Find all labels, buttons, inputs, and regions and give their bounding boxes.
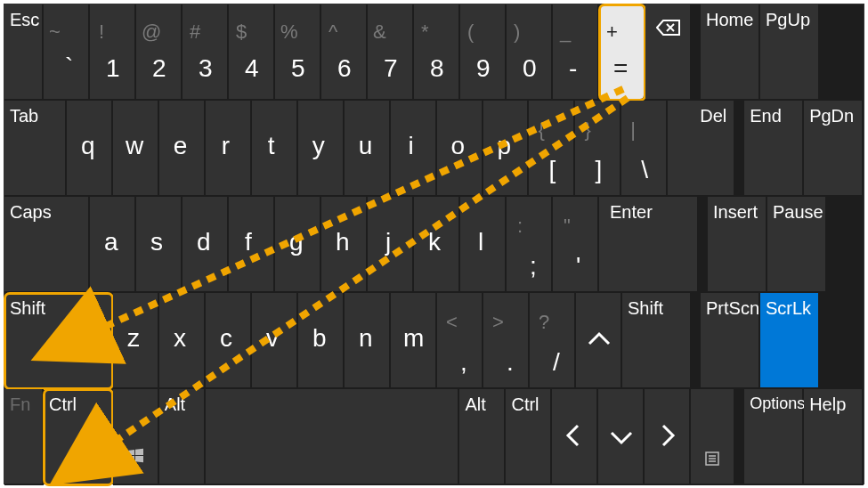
pgdn-label: PgDn [809,106,854,126]
key-0[interactable]: )0 [507,4,553,101]
row-5: Fn Ctrl Alt Alt Ctrl [4,389,864,485]
key-1[interactable]: !1 [90,4,136,101]
key-menu[interactable] [691,389,735,485]
ctrl-l-label: Ctrl [49,394,77,415]
chevron-left-icon [564,423,582,453]
key-g[interactable]: g [275,197,321,293]
tab-label: Tab [10,106,38,126]
key-i[interactable]: i [391,101,437,197]
key-m[interactable]: m [391,293,437,389]
key-4[interactable]: $4 [229,4,275,101]
key-backtick[interactable]: ~` [44,4,90,101]
key-w[interactable]: w [113,101,159,197]
backspace-icon [656,17,681,42]
key-semicolon[interactable]: :; [507,197,553,293]
key-backspace[interactable] [645,4,692,101]
help-label: Help [809,394,846,415]
key-comma[interactable]: <, [437,293,483,389]
fn-label: Fn [10,394,30,415]
key-x[interactable]: x [159,293,206,389]
enter-label: Enter [610,202,653,223]
key-quote[interactable]: "' [553,197,599,293]
key-backslash[interactable]: |\ [621,101,668,197]
key-insert[interactable]: Insert [708,197,767,293]
key-pgup[interactable]: PgUp [760,4,820,101]
key-minus[interactable]: _- [553,4,599,101]
key-equals[interactable]: += [599,4,645,101]
key-s[interactable]: s [136,197,183,293]
key-prtscn[interactable]: PrtScn [701,293,760,389]
key-bracket-close[interactable]: }] [575,101,621,197]
key-l[interactable]: l [460,197,507,293]
key-home[interactable]: Home [701,4,760,101]
menu-icon [705,446,719,471]
key-h[interactable]: h [321,197,368,293]
key-end[interactable]: End [744,101,804,197]
insert-label: Insert [713,202,758,223]
key-scrlk[interactable]: ScrLk [760,293,820,389]
key-3[interactable]: #3 [183,4,229,101]
ctrl-r-label: Ctrl [511,394,539,415]
key-8[interactable]: *8 [414,4,460,101]
del-label: Del [700,106,726,126]
key-z[interactable]: z [113,293,159,389]
key-6[interactable]: ^6 [321,4,368,101]
key-b[interactable]: b [298,293,345,389]
key-p[interactable]: p [483,101,530,197]
key-win[interactable] [113,389,159,485]
key-ctrl-left[interactable]: Ctrl [44,389,113,485]
shift-r-label: Shift [628,298,663,319]
key-f[interactable]: f [229,197,275,293]
key-pause[interactable]: Pause [767,197,827,293]
key-period[interactable]: >. [483,293,530,389]
key-7[interactable]: &7 [368,4,414,101]
key-tab[interactable]: Tab [4,101,67,197]
key-del[interactable]: Del [668,101,735,197]
key-ctrl-right[interactable]: Ctrl [506,389,552,485]
key-alt-right[interactable]: Alt [459,389,506,485]
alt-r-label: Alt [465,394,485,415]
key-pgdn[interactable]: PgDn [804,101,864,197]
key-e[interactable]: e [159,101,206,197]
chevron-up-icon [587,329,612,354]
key-fn[interactable]: Fn [4,389,44,485]
key-esc[interactable]: Esc [4,4,44,101]
key-u[interactable]: u [345,101,391,197]
on-screen-keyboard: Esc ~` !1 @2 #3 $4 %5 ^6 &7 *8 (9 )0 _- … [4,4,864,484]
key-v[interactable]: v [252,293,298,389]
key-right[interactable] [645,389,691,485]
key-shift-right[interactable]: Shift [622,293,692,389]
key-slash[interactable]: ?/ [530,293,576,389]
key-o[interactable]: o [437,101,483,197]
key-5[interactable]: %5 [275,4,321,101]
key-t[interactable]: t [252,101,298,197]
windows-icon [127,444,143,469]
key-a[interactable]: a [90,197,136,293]
key-2[interactable]: @2 [136,4,183,101]
key-enter[interactable]: Enter [599,197,699,293]
key-k[interactable]: k [414,197,460,293]
key-caps[interactable]: Caps [4,197,90,293]
pause-label: Pause [773,202,823,223]
key-options[interactable]: Options [744,389,804,485]
key-r[interactable]: r [206,101,252,197]
key-alt-left[interactable]: Alt [159,389,206,485]
key-shift-left[interactable]: Shift [4,293,113,389]
key-bracket-open[interactable]: {[ [529,101,575,197]
row-2: Tab q w e r t y u i o p {[ }] |\ Del End… [4,101,864,197]
key-q[interactable]: q [67,101,113,197]
key-n[interactable]: n [345,293,391,389]
key-d[interactable]: d [183,197,229,293]
end-label: End [750,106,782,126]
key-help[interactable]: Help [804,389,864,485]
key-y[interactable]: y [298,101,345,197]
key-space[interactable] [206,389,460,485]
caps-label: Caps [10,202,52,223]
key-left[interactable] [552,389,598,485]
key-down[interactable] [598,389,645,485]
key-c[interactable]: c [206,293,252,389]
key-j[interactable]: j [368,197,414,293]
options-label: Options [750,394,805,413]
key-9[interactable]: (9 [460,4,507,101]
key-up[interactable] [576,293,622,389]
